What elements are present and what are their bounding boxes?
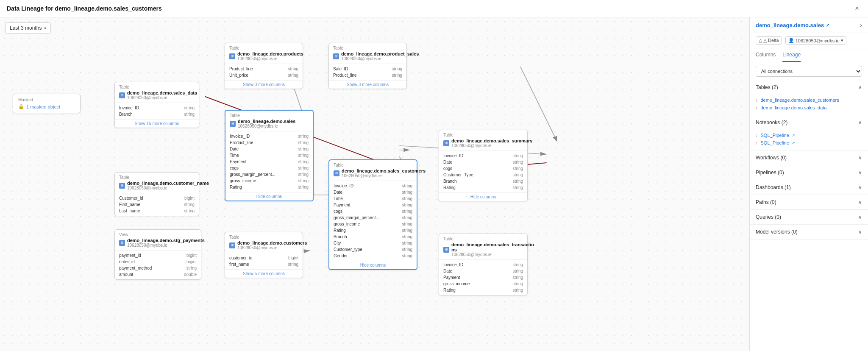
delta-badge[interactable]: △ △ Delta (756, 36, 782, 45)
table-label: View (119, 232, 197, 237)
lineage-item-sales-customers[interactable]: ↓ demo_lineage.demo.sales_customers (756, 96, 862, 104)
table-owner: 10628050@mydbs.ie (451, 143, 532, 148)
table-row: cogsstring (329, 208, 417, 214)
time-range-dropdown[interactable]: Last 3 months ▾ (5, 22, 51, 33)
table-row: gross_margin_percent...string (225, 171, 313, 178)
show-more-button[interactable]: Show 5 more columns (225, 269, 303, 278)
table-name-row: ⊞ demo_lineage.demo.customer_name 106280… (119, 181, 195, 190)
table-row: Product_linestring (225, 139, 313, 146)
panel-collapse-button[interactable]: › (860, 22, 862, 28)
table-owner: 10628050@mydbs.ie (238, 124, 295, 128)
model-versions-section: Model versions (0) ∨ (750, 225, 868, 240)
workflows-section-header[interactable]: Workflows (0) ∨ (750, 150, 868, 165)
notebooks-section-header[interactable]: Notebooks (2) ∧ (750, 115, 868, 130)
pipelines-section-title: Pipelines (0) (756, 170, 784, 176)
table-label: Table (119, 175, 195, 180)
table-row: Customer_idbigint (115, 195, 199, 201)
table-label: Table (333, 46, 402, 50)
table-card-sales-customers: Table ⊞ demo_lineage.demo.sales_customer… (328, 159, 417, 270)
table-name-row: ⊞ demo_lineage.demo.products 10628050@my… (229, 51, 298, 61)
table-icon: ⊞ (229, 53, 235, 59)
table-name-row: ⊞ demo_lineage.demo.stg_payments 1062805… (119, 238, 197, 248)
owner-label: 10628050@mydbs.ie (796, 38, 840, 43)
table-name: demo_lineage.demo.customer_name (127, 181, 209, 186)
panel-meta: △ △ Delta 👤 10628050@mydbs.ie ▾ (750, 33, 868, 48)
external-icon: ↗ (792, 141, 795, 145)
tables-section-header[interactable]: Tables (2) ∧ (750, 80, 868, 95)
table-row: Branchstring (329, 234, 417, 240)
page-title: Data Lineage for demo_lineage.demo.sales… (7, 5, 162, 12)
table-row: cogsstring (439, 165, 527, 172)
table-name: demo_lineage.demo.product_sales (341, 51, 419, 56)
tab-lineage[interactable]: Lineage (782, 48, 801, 62)
table-owner: 10628050@mydbs.ie (237, 56, 303, 61)
up-arrow-icon: ↑ (756, 105, 758, 110)
pipelines-section-header[interactable]: Pipelines (0) ∨ (750, 165, 868, 180)
hide-columns-button[interactable]: Hide columns (225, 192, 313, 201)
model-versions-section-header[interactable]: Model versions (0) ∨ (750, 225, 868, 239)
table-card-header: Table ⊞ demo_lineage.demo.sales_data 106… (115, 82, 199, 103)
table-name-row: ⊞ demo_lineage.demo.sales_customers 1062… (334, 168, 412, 178)
show-more-button[interactable]: Show 3 more columns (225, 80, 303, 89)
table-owner: 10628050@mydbs.ie (127, 243, 205, 248)
table-row: Ratingstring (225, 184, 313, 190)
table-row: Timestring (329, 195, 417, 202)
model-versions-section-toggle: ∨ (858, 229, 862, 235)
table-icon: ⊞ (443, 247, 449, 253)
table-card-header: View ⊞ demo_lineage.demo.stg_payments 10… (115, 230, 201, 251)
table-row: amountdouble (115, 271, 201, 278)
table-row: payment_idbigint (115, 252, 201, 259)
table-row: Invoice_IDstring (329, 183, 417, 189)
table-row: Branchstring (115, 111, 199, 117)
table-label: Table (229, 46, 298, 50)
table-icon: ⊞ (119, 92, 125, 98)
masked-item[interactable]: 🔒 1 masked object (18, 104, 75, 109)
table-row: customer_idbigint (225, 255, 303, 261)
owner-badge[interactable]: 👤 10628050@mydbs.ie ▾ (785, 36, 846, 45)
table-row: Customer_typestring (329, 246, 417, 253)
table-body: Invoice_IDstring Product_linestring Date… (225, 131, 313, 192)
tab-columns[interactable]: Columns (756, 48, 776, 62)
paths-section-header[interactable]: Paths (0) ∨ (750, 195, 868, 209)
table-row: Sale_IDstring (329, 66, 406, 72)
notebook-item-2[interactable]: ↑ SQL_Pipeline ↗ (756, 139, 862, 147)
lineage-item-sales-data[interactable]: ↑ demo_lineage.demo.sales_data (756, 104, 862, 111)
table-row: gross_incomestring (225, 178, 313, 184)
notebook-item-text: SQL_Pipeline (761, 140, 789, 145)
table-row: Paymentstring (439, 274, 527, 281)
table-row: Citystring (329, 240, 417, 246)
external-link-icon[interactable]: ↗ (826, 22, 829, 28)
table-card-header: Table ⊞ demo_lineage.demo.products 10628… (225, 43, 303, 64)
arrows-layer (0, 17, 631, 351)
hide-columns-button[interactable]: Hide columns (439, 192, 527, 201)
dashboards-section-header[interactable]: Dashboards (1) ∨ (750, 180, 868, 195)
workflows-section-title: Workflows (0) (756, 155, 787, 161)
hide-columns-button[interactable]: Hide columns (329, 261, 417, 269)
show-more-button[interactable]: Show 15 more columns (115, 119, 199, 128)
paths-section: Paths (0) ∨ (750, 195, 868, 210)
table-label: Table (443, 237, 523, 241)
table-row: order_idbigint (115, 259, 201, 265)
lineage-item-text: demo_lineage.demo.sales_customers (761, 98, 839, 103)
dashboards-section-title: Dashboards (1) (756, 184, 791, 190)
connections-dropdown[interactable]: All connections Upstream only Downstream… (756, 66, 862, 77)
masked-count: 1 masked object (26, 104, 60, 109)
table-body: Customer_idbigint First_namestring Last_… (115, 193, 199, 216)
table-label: Table (334, 163, 412, 167)
table-row: gross_margin_percent...string (329, 214, 417, 221)
notebook-item-1[interactable]: ↓ SQL_Pipeline ↗ (756, 131, 862, 139)
owner-icon: 👤 (788, 38, 794, 43)
queries-section-header[interactable]: Queries (0) ∨ (750, 210, 868, 224)
table-name: demo_lineage.demo.sales_transactions (451, 242, 534, 252)
dashboards-section: Dashboards (1) ∨ (750, 180, 868, 195)
table-row: Paymentstring (225, 159, 313, 165)
masked-label: Masked (18, 98, 75, 102)
pipelines-section: Pipelines (0) ∨ (750, 165, 868, 180)
table-card-sales-data: Table ⊞ demo_lineage.demo.sales_data 106… (114, 82, 199, 128)
show-more-button[interactable]: Show 3 more columns (329, 80, 406, 89)
tables-section-title: Tables (2) (756, 84, 778, 90)
table-row: First_namestring (115, 201, 199, 208)
table-label: Table (119, 85, 195, 89)
close-button[interactable]: × (853, 4, 861, 13)
table-icon: ⊞ (333, 53, 339, 59)
